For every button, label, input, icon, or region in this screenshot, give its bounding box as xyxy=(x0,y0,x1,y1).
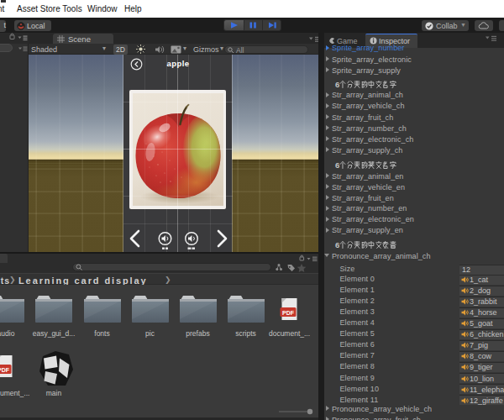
svg-text:PDF: PDF xyxy=(0,367,9,373)
svg-text:PDF: PDF xyxy=(282,310,295,316)
